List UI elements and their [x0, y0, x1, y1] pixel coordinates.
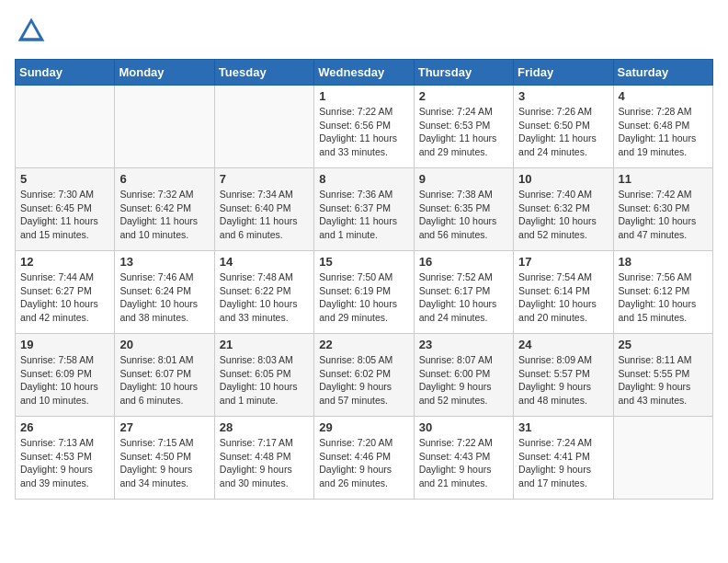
weekday-header-thursday: Thursday: [414, 60, 513, 86]
day-number: 9: [419, 172, 508, 186]
calendar-cell: 6Sunrise: 7:32 AM Sunset: 6:42 PM Daylig…: [115, 168, 214, 251]
calendar-week-2: 5Sunrise: 7:30 AM Sunset: 6:45 PM Daylig…: [16, 168, 713, 251]
day-info: Sunrise: 8:11 AM Sunset: 5:55 PM Dayligh…: [619, 353, 708, 408]
day-number: 20: [119, 338, 209, 351]
day-number: 18: [619, 255, 708, 269]
weekday-header-row: SundayMondayTuesdayWednesdayThursdayFrid…: [16, 60, 713, 86]
day-info: Sunrise: 7:36 AM Sunset: 6:37 PM Dayligh…: [319, 188, 408, 242]
day-number: 4: [619, 89, 708, 103]
day-info: Sunrise: 7:38 AM Sunset: 6:35 PM Dayligh…: [419, 188, 508, 242]
day-number: 29: [319, 420, 408, 434]
calendar-cell: 5Sunrise: 7:30 AM Sunset: 6:45 PM Daylig…: [16, 168, 115, 251]
day-info: Sunrise: 7:40 AM Sunset: 6:32 PM Dayligh…: [518, 188, 608, 242]
calendar-cell: [16, 86, 115, 168]
day-info: Sunrise: 7:32 AM Sunset: 6:42 PM Dayligh…: [119, 188, 209, 242]
day-info: Sunrise: 7:17 AM Sunset: 4:48 PM Dayligh…: [220, 436, 309, 490]
calendar-cell: 19Sunrise: 7:58 AM Sunset: 6:09 PM Dayli…: [16, 334, 115, 417]
day-info: Sunrise: 7:52 AM Sunset: 6:17 PM Dayligh…: [419, 270, 508, 325]
calendar: SundayMondayTuesdayWednesdayThursdayFrid…: [15, 59, 713, 500]
day-number: 10: [518, 172, 608, 186]
calendar-cell: 21Sunrise: 8:03 AM Sunset: 6:05 PM Dayli…: [214, 334, 313, 417]
weekday-header-monday: Monday: [115, 60, 214, 86]
day-info: Sunrise: 7:20 AM Sunset: 4:46 PM Dayligh…: [319, 436, 408, 490]
day-info: Sunrise: 7:24 AM Sunset: 4:41 PM Dayligh…: [518, 436, 608, 490]
day-number: 25: [619, 338, 708, 351]
day-info: Sunrise: 7:22 AM Sunset: 6:56 PM Dayligh…: [319, 105, 408, 159]
calendar-cell: 24Sunrise: 8:09 AM Sunset: 5:57 PM Dayli…: [514, 334, 613, 417]
day-number: 5: [20, 172, 109, 186]
day-number: 7: [220, 172, 309, 186]
day-number: 30: [419, 420, 508, 434]
calendar-cell: 8Sunrise: 7:36 AM Sunset: 6:37 PM Daylig…: [314, 168, 414, 251]
day-info: Sunrise: 8:03 AM Sunset: 6:05 PM Dayligh…: [220, 353, 309, 408]
weekday-header-tuesday: Tuesday: [214, 60, 313, 86]
calendar-cell: 12Sunrise: 7:44 AM Sunset: 6:27 PM Dayli…: [16, 251, 115, 334]
calendar-cell: 22Sunrise: 8:05 AM Sunset: 6:02 PM Dayli…: [314, 334, 414, 417]
calendar-cell: 4Sunrise: 7:28 AM Sunset: 6:48 PM Daylig…: [613, 86, 712, 168]
day-info: Sunrise: 7:24 AM Sunset: 6:53 PM Dayligh…: [419, 105, 508, 159]
weekday-header-friday: Friday: [514, 60, 613, 86]
day-info: Sunrise: 7:58 AM Sunset: 6:09 PM Dayligh…: [20, 353, 109, 408]
calendar-cell: 13Sunrise: 7:46 AM Sunset: 6:24 PM Dayli…: [115, 251, 214, 334]
day-number: 13: [119, 255, 209, 269]
calendar-cell: 29Sunrise: 7:20 AM Sunset: 4:46 PM Dayli…: [314, 417, 414, 500]
calendar-cell: [613, 417, 712, 500]
calendar-cell: 28Sunrise: 7:17 AM Sunset: 4:48 PM Dayli…: [214, 417, 313, 500]
calendar-week-5: 26Sunrise: 7:13 AM Sunset: 4:53 PM Dayli…: [16, 417, 713, 500]
day-number: 12: [20, 255, 109, 269]
calendar-cell: 10Sunrise: 7:40 AM Sunset: 6:32 PM Dayli…: [514, 168, 613, 251]
calendar-week-1: 1Sunrise: 7:22 AM Sunset: 6:56 PM Daylig…: [16, 86, 713, 168]
calendar-cell: 18Sunrise: 7:56 AM Sunset: 6:12 PM Dayli…: [613, 251, 712, 334]
day-number: 19: [20, 338, 109, 351]
day-number: 8: [319, 172, 408, 186]
weekday-header-sunday: Sunday: [16, 60, 115, 86]
calendar-cell: 11Sunrise: 7:42 AM Sunset: 6:30 PM Dayli…: [613, 168, 712, 251]
logo-icon: [15, 15, 48, 48]
day-info: Sunrise: 7:48 AM Sunset: 6:22 PM Dayligh…: [220, 270, 309, 325]
day-info: Sunrise: 7:56 AM Sunset: 6:12 PM Dayligh…: [619, 270, 708, 325]
calendar-cell: 23Sunrise: 8:07 AM Sunset: 6:00 PM Dayli…: [414, 334, 513, 417]
calendar-cell: 17Sunrise: 7:54 AM Sunset: 6:14 PM Dayli…: [514, 251, 613, 334]
day-info: Sunrise: 7:22 AM Sunset: 4:43 PM Dayligh…: [419, 436, 508, 490]
day-info: Sunrise: 7:34 AM Sunset: 6:40 PM Dayligh…: [220, 188, 309, 242]
day-number: 22: [319, 338, 408, 351]
day-info: Sunrise: 7:50 AM Sunset: 6:19 PM Dayligh…: [319, 270, 408, 325]
day-info: Sunrise: 8:05 AM Sunset: 6:02 PM Dayligh…: [319, 353, 408, 408]
day-info: Sunrise: 7:44 AM Sunset: 6:27 PM Dayligh…: [20, 270, 109, 325]
calendar-cell: 31Sunrise: 7:24 AM Sunset: 4:41 PM Dayli…: [514, 417, 613, 500]
calendar-week-4: 19Sunrise: 7:58 AM Sunset: 6:09 PM Dayli…: [16, 334, 713, 417]
calendar-cell: 30Sunrise: 7:22 AM Sunset: 4:43 PM Dayli…: [414, 417, 513, 500]
weekday-header-wednesday: Wednesday: [314, 60, 414, 86]
page-header: [15, 15, 713, 48]
calendar-cell: 9Sunrise: 7:38 AM Sunset: 6:35 PM Daylig…: [414, 168, 513, 251]
calendar-cell: 14Sunrise: 7:48 AM Sunset: 6:22 PM Dayli…: [214, 251, 313, 334]
day-info: Sunrise: 7:42 AM Sunset: 6:30 PM Dayligh…: [619, 188, 708, 242]
day-info: Sunrise: 7:13 AM Sunset: 4:53 PM Dayligh…: [20, 436, 109, 490]
calendar-cell: [115, 86, 214, 168]
day-number: 15: [319, 255, 408, 269]
day-number: 24: [518, 338, 608, 351]
calendar-cell: 27Sunrise: 7:15 AM Sunset: 4:50 PM Dayli…: [115, 417, 214, 500]
day-number: 17: [518, 255, 608, 269]
day-info: Sunrise: 7:30 AM Sunset: 6:45 PM Dayligh…: [20, 188, 109, 242]
day-number: 21: [220, 338, 309, 351]
day-info: Sunrise: 7:46 AM Sunset: 6:24 PM Dayligh…: [119, 270, 209, 325]
weekday-header-saturday: Saturday: [613, 60, 712, 86]
calendar-cell: 3Sunrise: 7:26 AM Sunset: 6:50 PM Daylig…: [514, 86, 613, 168]
day-number: 14: [220, 255, 309, 269]
day-info: Sunrise: 8:07 AM Sunset: 6:00 PM Dayligh…: [419, 353, 508, 408]
calendar-cell: 25Sunrise: 8:11 AM Sunset: 5:55 PM Dayli…: [613, 334, 712, 417]
day-number: 3: [518, 89, 608, 103]
calendar-cell: 16Sunrise: 7:52 AM Sunset: 6:17 PM Dayli…: [414, 251, 513, 334]
day-number: 11: [619, 172, 708, 186]
day-info: Sunrise: 8:01 AM Sunset: 6:07 PM Dayligh…: [119, 353, 209, 408]
calendar-week-3: 12Sunrise: 7:44 AM Sunset: 6:27 PM Dayli…: [16, 251, 713, 334]
day-number: 16: [419, 255, 508, 269]
day-info: Sunrise: 7:28 AM Sunset: 6:48 PM Dayligh…: [619, 105, 708, 159]
calendar-cell: 15Sunrise: 7:50 AM Sunset: 6:19 PM Dayli…: [314, 251, 414, 334]
calendar-cell: 1Sunrise: 7:22 AM Sunset: 6:56 PM Daylig…: [314, 86, 414, 168]
calendar-cell: [214, 86, 313, 168]
calendar-cell: 20Sunrise: 8:01 AM Sunset: 6:07 PM Dayli…: [115, 334, 214, 417]
day-info: Sunrise: 7:54 AM Sunset: 6:14 PM Dayligh…: [518, 270, 608, 325]
day-number: 27: [119, 420, 209, 434]
